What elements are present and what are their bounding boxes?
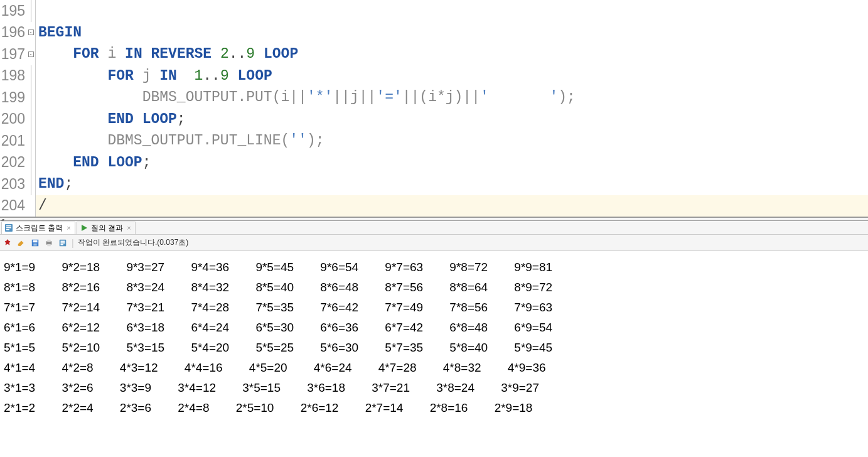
sql-icon[interactable] [58, 238, 68, 248]
line-number: 195 [0, 3, 26, 19]
svg-rect-2 [6, 227, 11, 228]
svg-rect-3 [6, 229, 9, 230]
print-icon[interactable] [44, 238, 54, 248]
code-line[interactable]: END LOOP; [36, 109, 868, 131]
fold-marker [26, 65, 35, 87]
output-toolbar: | 작업이 완료되었습니다.(0.037초) [0, 235, 868, 251]
code-line[interactable]: END; [36, 173, 868, 195]
tab-query-result[interactable]: 질의 결과× [77, 222, 136, 234]
fold-marker[interactable]: - [26, 22, 35, 44]
line-number: 203 [0, 176, 26, 193]
script-icon [4, 223, 13, 232]
line-number: 200 [0, 110, 26, 127]
svg-rect-6 [33, 243, 36, 245]
line-number: 201 [0, 132, 26, 149]
line-number: 204 [0, 197, 26, 214]
line-number: 196 [0, 24, 26, 41]
code-line[interactable]: DBMS_OUTPUT.PUT_LINE(''); [36, 130, 868, 152]
svg-rect-13 [61, 244, 63, 245]
play-icon [80, 223, 88, 232]
tab-script-output[interactable]: 스크립트 출력× [1, 222, 75, 234]
fold-marker [26, 109, 35, 131]
svg-rect-9 [47, 244, 50, 246]
code-line[interactable]: / [36, 195, 868, 217]
pin-icon[interactable] [3, 238, 13, 248]
fold-marker[interactable]: - [26, 43, 35, 65]
code-line[interactable]: FOR j IN 1..9 LOOP [36, 65, 868, 87]
script-output[interactable]: 9*1=9 9*2=18 9*3=27 9*4=36 9*5=45 9*6=54… [0, 251, 868, 424]
code-line[interactable]: DBMS_OUTPUT.PUT(i||'*'||j||'='||(i*j)||'… [36, 87, 868, 109]
line-number: 197 [0, 46, 26, 63]
svg-rect-12 [61, 242, 65, 244]
fold-marker [26, 195, 35, 217]
code-line[interactable]: BEGIN [36, 22, 868, 44]
fold-marker [26, 87, 35, 109]
svg-rect-1 [6, 225, 11, 227]
status-text: 작업이 완료되었습니다.(0.037초) [78, 237, 189, 248]
close-icon[interactable]: × [126, 224, 132, 232]
output-tabs-bar: 스크립트 출력×질의 결과× [0, 221, 868, 235]
code-line[interactable]: FOR i IN REVERSE 2..9 LOOP [36, 43, 868, 65]
tab-label: 질의 결과 [91, 223, 123, 234]
line-number: 202 [0, 154, 26, 171]
code-editor[interactable]: 195196-197-198199200201202203204 BEGIN F… [0, 0, 868, 217]
tab-label: 스크립트 출력 [16, 223, 63, 234]
eraser-icon[interactable] [16, 238, 26, 248]
fold-marker [26, 152, 35, 174]
toolbar-separator: | [72, 238, 74, 248]
code-line[interactable] [36, 0, 868, 22]
code-area[interactable]: BEGIN FOR i IN REVERSE 2..9 LOOP FOR j I… [36, 0, 868, 217]
close-icon[interactable]: × [65, 224, 72, 232]
code-line[interactable]: END LOOP; [36, 152, 868, 174]
svg-rect-8 [47, 239, 50, 242]
line-number-gutter: 195196-197-198199200201202203204 [0, 0, 36, 217]
line-number: 199 [0, 89, 26, 106]
fold-marker [26, 0, 35, 22]
svg-rect-5 [33, 240, 38, 242]
fold-marker [26, 130, 35, 152]
fold-marker [26, 173, 35, 195]
save-icon[interactable] [30, 238, 40, 248]
line-number: 198 [0, 67, 26, 84]
svg-rect-11 [61, 240, 65, 242]
